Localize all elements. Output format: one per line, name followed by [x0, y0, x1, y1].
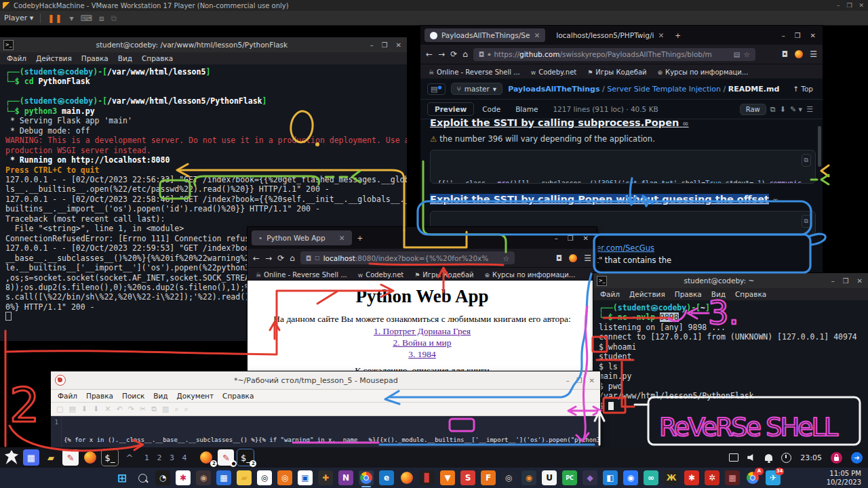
account-icon[interactable] — [795, 50, 803, 58]
vm-clock[interactable]: 23:05 — [800, 453, 822, 462]
tab-localhost-phptwig[interactable]: localhost/lesson5/PHPTwig/i ✕ — [551, 28, 669, 42]
send-cad-icon[interactable]: ⌨ — [80, 14, 92, 23]
windows-clock[interactable]: 11:05 PM 10/2/2023 — [827, 469, 861, 487]
calendar[interactable]: ▦ — [216, 470, 231, 485]
close-icon[interactable]: ✕ — [589, 377, 595, 384]
power-icon[interactable] — [781, 453, 791, 463]
close-icon[interactable]: ✕ — [857, 277, 863, 285]
mousepad-titlebar[interactable]: *~/Рабочий стол/tmp_lesson_5 - Mousepad … — [51, 371, 600, 390]
minimize-icon[interactable]: – — [566, 377, 570, 384]
menu-view[interactable]: Вид — [118, 54, 132, 62]
virtualbox[interactable]: ▣ — [298, 470, 313, 485]
volume-icon[interactable] — [747, 453, 756, 462]
copy-code-icon[interactable]: ⧉ — [802, 154, 811, 167]
book-link-1[interactable]: 1. Портрет Дориана Грея — [248, 326, 597, 337]
red-gear-1[interactable]: ✱ — [684, 470, 699, 485]
tab-code[interactable]: Code — [475, 103, 507, 115]
terminal1-titlebar[interactable]: >_ student@codeby: /var/www/html/lesson5… — [0, 37, 407, 52]
pocket-icon[interactable]: ◘ — [556, 253, 563, 263]
pycharm[interactable]: PC — [562, 470, 577, 485]
stats-app[interactable]: ▊ — [420, 470, 435, 485]
toolbar-icon[interactable]: ⧉ — [151, 405, 157, 413]
workspace-switcher[interactable]: 1 2 3 4 — [144, 453, 189, 462]
maximize-icon[interactable]: ❒ — [795, 32, 801, 39]
bookmark-courses[interactable]: ⊕Курсы по информаци... — [485, 271, 576, 279]
toolbar-icon[interactable]: ↷ — [128, 405, 134, 413]
back-icon[interactable]: ← — [426, 49, 433, 59]
notifications-icon[interactable] — [765, 454, 772, 461]
bookmark-games[interactable]: ⚑Игры Кодебай — [414, 271, 473, 279]
menu-actions[interactable]: Действия — [36, 54, 72, 62]
obs[interactable]: ◎ — [501, 470, 516, 485]
menu-search[interactable]: Поиск — [122, 392, 144, 400]
task-mousepad[interactable]: ✎● — [218, 449, 234, 466]
orange-app[interactable]: ◎ — [277, 470, 292, 485]
terminal2-output[interactable]: ┌──(student㉿codeby)-[~]└─$ nc -nvlp 9898… — [593, 300, 868, 447]
red-gear-2[interactable]: ✲ — [705, 470, 719, 485]
back-to-top-button[interactable]: ↑ Top — [793, 85, 813, 93]
menu-edit[interactable]: Правка — [81, 54, 108, 62]
close-icon[interactable]: ✕ — [859, 2, 864, 9]
fl-studio[interactable]: F — [481, 470, 496, 485]
shield-icon[interactable]: ◘ — [479, 50, 484, 58]
toolbar-icon[interactable]: ✕ — [104, 405, 111, 413]
tab-preview[interactable]: Preview — [427, 102, 474, 116]
maximize-icon[interactable]: ❒ — [846, 2, 852, 9]
slack[interactable]: ✱ — [176, 470, 191, 485]
bookmark-reverse-shell[interactable]: ☠Online - Reverse Shell ... — [429, 68, 520, 76]
reader-icon[interactable]: ▤ — [733, 50, 740, 58]
pause-dropdown-icon[interactable]: ▾ — [69, 14, 73, 23]
blender[interactable]: ◉ — [521, 470, 536, 485]
close-icon[interactable]: ✕ — [583, 235, 589, 242]
minimize-icon[interactable]: – — [831, 277, 835, 285]
menu-help[interactable]: Справка — [222, 392, 254, 400]
github-file-tabs[interactable]: Preview Code Blame 1217 lines (911 loc) … — [420, 100, 823, 119]
back-icon[interactable]: ← — [253, 253, 260, 263]
tab-close-icon[interactable]: ✕ — [658, 31, 664, 39]
vscode[interactable]: ◧ — [603, 470, 618, 485]
toolbar-icon[interactable]: ⌕ — [184, 405, 189, 413]
menu-file[interactable]: Файл — [7, 54, 26, 62]
windows-taskbar[interactable]: ⊞◔✱◉▦▰◎◎▣✚Ne▊▼SF◎◉UPC◆◧◉∞Ж✱✲▦A✈34 11:05 … — [0, 468, 868, 488]
book-link-2[interactable]: 2. Война и мир — [248, 338, 597, 348]
maximize-icon[interactable]: ❒ — [843, 277, 849, 285]
bookmark-courses[interactable]: ⊕Курсы по информаци... — [658, 68, 749, 76]
show-desktop-icon[interactable] — [729, 453, 738, 462]
pywin-navbar[interactable]: ← → ⟳ ⌂ ◘ ▢ localhost:8080/index?book={%… — [248, 249, 597, 267]
maximize-icon[interactable]: ❒ — [382, 41, 388, 49]
explorer[interactable]: ▰ — [237, 470, 252, 485]
photos-app[interactable]: ▦ — [725, 470, 740, 485]
wasp-app[interactable]: Ж — [664, 470, 679, 485]
start[interactable]: ⊞ — [115, 470, 130, 485]
terminal-window-netcat[interactable]: >_ student@codeby: ~ – ❒ ✕ Файл Действия… — [593, 273, 868, 447]
sidebar-toggle-icon[interactable]: ▤● — [427, 83, 446, 95]
bookmark-star-icon[interactable]: ☆ — [743, 50, 749, 58]
github-scrollbar[interactable] — [818, 126, 821, 167]
toolbar-icon[interactable]: ⬇ — [81, 405, 87, 413]
carrot-app[interactable]: ▼ — [440, 470, 455, 485]
app-terminal[interactable]: $_ — [102, 449, 118, 466]
code-block-subprocess[interactable]: {{''.__class__.mro()[1].__subclasses__()… — [430, 150, 816, 184]
maximize-icon[interactable]: ❒ — [568, 235, 574, 242]
pywin-tabstrip[interactable]: • Python Web App ✕ + – ❒ ✕ — [248, 227, 597, 249]
tab-blame[interactable]: Blame — [509, 103, 545, 115]
pin-app[interactable]: ◉ — [623, 470, 638, 485]
close-icon[interactable]: ✕ — [810, 32, 816, 39]
toolbar-icon[interactable]: ▢ — [56, 405, 63, 413]
toolbar-icon[interactable]: ✂ — [140, 405, 146, 413]
portrait[interactable]: ◉ — [196, 470, 211, 485]
vmware-window-controls[interactable]: – ❒ ✕ — [837, 2, 864, 9]
copy-code-icon[interactable]: ⧉ — [802, 215, 811, 228]
search[interactable] — [135, 470, 150, 485]
chrome-profile[interactable]: A — [745, 470, 760, 485]
app-menu-icon[interactable]: ☰ — [810, 49, 817, 59]
edit-icon[interactable]: ✎ ▾ — [790, 105, 802, 114]
mousepad-editor[interactable]: 1 {% for x in ().__class__.__base__.__su… — [51, 416, 600, 449]
kali-menu-button[interactable] — [3, 449, 20, 466]
download-icon[interactable]: ⬇ — [780, 105, 786, 114]
app-firefox[interactable] — [82, 449, 98, 466]
minimize-icon[interactable]: – — [555, 235, 558, 242]
github-bookmarks-bar[interactable]: ☠Online - Reverse Shell ... wCodeby.net … — [420, 64, 823, 79]
visual-studio[interactable]: ◆ — [583, 470, 597, 485]
menu-file[interactable]: Файл — [600, 290, 620, 298]
